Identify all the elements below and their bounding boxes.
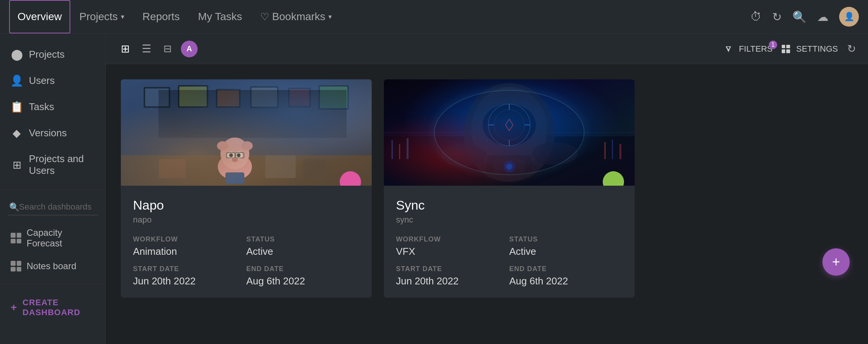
nav-projects[interactable]: Projects ▾ bbox=[70, 0, 133, 33]
sidebar-users-label: Users bbox=[29, 75, 55, 87]
napo-status-value: Active bbox=[246, 246, 360, 257]
settings-button[interactable]: SETTINGS bbox=[782, 44, 838, 54]
napo-workflow-value: Animation bbox=[133, 246, 246, 257]
avatar[interactable]: 👤 bbox=[839, 7, 859, 27]
cards-container: Napo napo WORKFLOW Animation STATUS Acti… bbox=[106, 64, 868, 344]
sidebar-item-notes-board[interactable]: Notes board bbox=[0, 255, 105, 278]
list-view-button[interactable]: ☰ bbox=[139, 39, 154, 58]
nav-bookmarks[interactable]: ♡ Bookmarks ▾ bbox=[251, 0, 341, 33]
svg-rect-55 bbox=[486, 155, 532, 178]
toolbar-right: ⛛ FILTERS 1 SETTINGS ↻ bbox=[724, 43, 856, 55]
sidebar-item-projects[interactable]: ⬤ Projects bbox=[0, 41, 105, 68]
sync-start-date-label: START DATE bbox=[396, 265, 509, 273]
svg-rect-38 bbox=[604, 142, 606, 159]
svg-rect-2 bbox=[144, 87, 170, 108]
add-button[interactable]: + bbox=[822, 248, 850, 276]
svg-rect-11 bbox=[290, 89, 309, 106]
svg-point-44 bbox=[488, 104, 530, 146]
napo-status-field: STATUS Active bbox=[246, 235, 360, 257]
svg-rect-28 bbox=[265, 155, 296, 178]
svg-rect-5 bbox=[179, 87, 207, 106]
tasks-icon: 📋 bbox=[11, 101, 23, 113]
svg-point-26 bbox=[232, 158, 238, 162]
svg-point-43 bbox=[483, 104, 536, 146]
svg-rect-12 bbox=[318, 85, 349, 110]
svg-rect-33 bbox=[384, 79, 635, 186]
notifications-icon[interactable]: ☁ bbox=[817, 10, 828, 24]
nav-my-tasks-label: My Tasks bbox=[198, 11, 242, 23]
sidebar-item-users[interactable]: 👤 Users bbox=[0, 68, 105, 94]
add-icon: + bbox=[832, 254, 840, 270]
refresh-icon[interactable]: ↻ bbox=[772, 10, 782, 24]
napo-start-date-label: START DATE bbox=[133, 265, 246, 273]
sidebar-projects-label: Projects bbox=[29, 49, 65, 60]
projects-caret-icon: ▾ bbox=[121, 13, 124, 21]
svg-rect-27 bbox=[225, 172, 244, 184]
svg-rect-56 bbox=[494, 159, 524, 174]
svg-point-17 bbox=[217, 141, 228, 150]
project-card-sync[interactable]: Sync sync WORKFLOW VFX STATUS Active STA… bbox=[384, 79, 635, 298]
sync-meta-grid: WORKFLOW VFX STATUS Active START DATE Ju… bbox=[396, 235, 622, 287]
project-card-napo[interactable]: Napo napo WORKFLOW Animation STATUS Acti… bbox=[121, 79, 372, 298]
filters-button[interactable]: ⛛ FILTERS 1 bbox=[724, 44, 773, 54]
napo-status-label: STATUS bbox=[246, 235, 360, 243]
projects-users-icon: ⊞ bbox=[11, 159, 23, 171]
search-icon[interactable]: 🔍 bbox=[792, 10, 806, 24]
sync-workflow-label: WORKFLOW bbox=[396, 235, 509, 243]
svg-rect-32 bbox=[384, 79, 635, 186]
svg-rect-4 bbox=[178, 85, 208, 108]
nav-overview-label: Overview bbox=[17, 11, 62, 23]
nav-reports[interactable]: Reports bbox=[133, 0, 189, 33]
napo-card-content: Napo napo WORKFLOW Animation STATUS Acti… bbox=[121, 186, 372, 298]
svg-rect-39 bbox=[612, 139, 613, 159]
svg-rect-37 bbox=[407, 138, 409, 159]
napo-status-dot bbox=[340, 171, 361, 186]
svg-point-15 bbox=[218, 153, 252, 180]
refresh-button[interactable]: ↻ bbox=[847, 43, 856, 55]
svg-point-54 bbox=[532, 142, 578, 165]
nav-overview[interactable]: Overview bbox=[9, 0, 70, 33]
sync-status-field: STATUS Active bbox=[509, 235, 622, 257]
svg-point-20 bbox=[235, 151, 242, 159]
nav-my-tasks[interactable]: My Tasks bbox=[189, 0, 251, 33]
svg-rect-8 bbox=[250, 86, 279, 108]
main-layout: ⬤ Projects 👤 Users 📋 Tasks ◆ Versions ⊞ … bbox=[0, 34, 868, 344]
sync-end-date-label: END DATE bbox=[509, 265, 622, 273]
search-dashboards-input[interactable] bbox=[8, 199, 98, 215]
create-dashboard-button[interactable]: + CREATE DASHBOARD bbox=[0, 290, 105, 325]
sync-start-date-value: Jun 20th 2022 bbox=[396, 275, 509, 287]
svg-rect-0 bbox=[121, 79, 372, 186]
svg-rect-29 bbox=[303, 159, 326, 178]
sidebar-item-capacity-forecast[interactable]: Capacity Forecast bbox=[0, 221, 105, 255]
svg-point-57 bbox=[504, 161, 515, 172]
sidebar-divider bbox=[0, 189, 105, 190]
history-icon[interactable]: ⏱ bbox=[750, 10, 762, 23]
search-icon-inner: 🔍 bbox=[9, 202, 19, 212]
sync-end-date-field: END DATE Aug 6th 2022 bbox=[509, 265, 622, 287]
svg-point-21 bbox=[229, 153, 233, 157]
nav-bookmarks-label: Bookmarks bbox=[272, 11, 325, 23]
filter-options-button[interactable]: ⊟ bbox=[160, 40, 175, 58]
svg-rect-6 bbox=[216, 89, 241, 108]
nav-icon-group: ⏱ ↻ 🔍 ☁ 👤 bbox=[750, 7, 859, 27]
svg-point-45 bbox=[494, 110, 524, 140]
sidebar-item-tasks[interactable]: 📋 Tasks bbox=[0, 94, 105, 120]
sync-card-title: Sync bbox=[396, 198, 622, 213]
bookmarks-caret-icon: ▾ bbox=[328, 13, 332, 21]
sidebar-item-versions[interactable]: ◆ Versions bbox=[0, 120, 105, 146]
svg-rect-30 bbox=[159, 159, 185, 178]
nav-projects-label: Projects bbox=[79, 11, 118, 23]
sidebar-item-projects-and-users[interactable]: ⊞ Projects and Users bbox=[0, 146, 105, 183]
toolbar-left: ⊞ ☰ ⊟ A bbox=[118, 39, 198, 58]
napo-workflow-label: WORKFLOW bbox=[133, 235, 246, 243]
svg-rect-14 bbox=[121, 155, 372, 186]
user-filter-avatar[interactable]: A bbox=[181, 41, 198, 57]
svg-point-41 bbox=[464, 83, 555, 182]
svg-rect-31 bbox=[384, 79, 635, 186]
sync-status-label: STATUS bbox=[509, 235, 622, 243]
grid-view-button[interactable]: ⊞ bbox=[118, 39, 133, 58]
svg-rect-23 bbox=[227, 153, 235, 158]
search-wrapper: 🔍 bbox=[8, 199, 98, 215]
sidebar-tasks-label: Tasks bbox=[29, 101, 54, 113]
sync-end-date-value: Aug 6th 2022 bbox=[509, 275, 622, 287]
